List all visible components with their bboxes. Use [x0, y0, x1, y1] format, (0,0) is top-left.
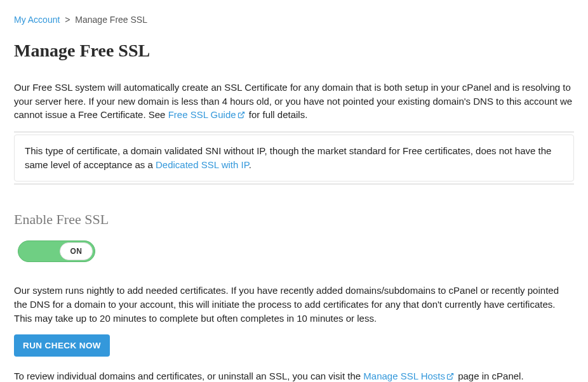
note-container: This type of certificate, a domain valid…	[14, 131, 574, 185]
dedicated-ssl-link[interactable]: Dedicated SSL with IP	[156, 159, 249, 170]
page-title: Manage Free SSL	[14, 38, 574, 63]
run-check-description: Our system runs nightly to add needed ce…	[14, 284, 574, 325]
free-ssl-guide-link[interactable]: Free SSL Guide	[168, 109, 249, 120]
toggle-knob: ON	[60, 242, 93, 260]
external-link-icon	[446, 370, 454, 382]
note-part2: .	[249, 159, 251, 170]
enable-heading: Enable Free SSL	[14, 210, 574, 230]
svg-line-1	[450, 373, 453, 377]
manage-ssl-hosts-link-label: Manage SSL Hosts	[363, 371, 445, 381]
run-check-now-button[interactable]: RUN CHECK NOW	[14, 334, 110, 357]
breadcrumb-root-link[interactable]: My Account	[14, 15, 60, 25]
svg-line-0	[241, 112, 244, 116]
review-part2: page in cPanel.	[458, 371, 523, 381]
enable-free-ssl-toggle[interactable]: ON	[18, 240, 95, 262]
breadcrumb-current: Manage Free SSL	[75, 15, 147, 25]
note-part1: This type of certificate, a domain valid…	[25, 145, 551, 170]
intro-text: Our Free SSL system will automatically c…	[14, 81, 574, 122]
manage-ssl-hosts-link[interactable]: Manage SSL Hosts	[363, 371, 458, 381]
external-link-icon	[237, 109, 245, 122]
note-text: This type of certificate, a domain valid…	[25, 144, 563, 172]
intro-part2: for full details.	[249, 109, 308, 120]
free-ssl-guide-link-label: Free SSL Guide	[168, 109, 236, 120]
breadcrumb-separator: >	[65, 15, 70, 25]
review-part1: To review individual domains and certifi…	[14, 371, 363, 381]
breadcrumb: My Account > Manage Free SSL	[14, 14, 574, 27]
toggle-label: ON	[70, 246, 83, 257]
review-text: To review individual domains and certifi…	[14, 369, 574, 382]
note-box: This type of certificate, a domain valid…	[14, 135, 574, 181]
